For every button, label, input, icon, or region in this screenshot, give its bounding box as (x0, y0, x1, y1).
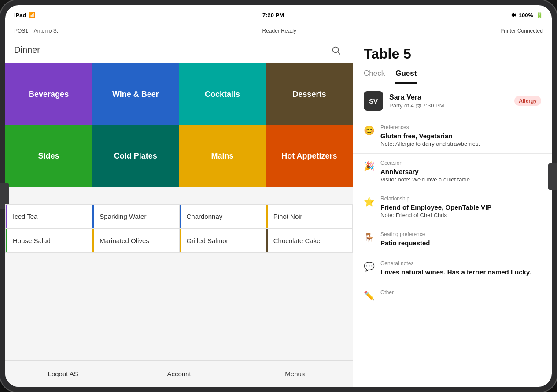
relationship-section: ⭐ Relationship Friend of Employee, OpenT… (353, 189, 552, 225)
battery-level: 100% (519, 12, 533, 18)
other-label: Other (380, 289, 394, 296)
item-chardonnay[interactable]: Chardonnay (179, 204, 266, 229)
guest-section: SV Sara Vera Party of 4 @ 7:30 PM Allerg… (353, 84, 552, 118)
status-right: ✱ 100% 🔋 (511, 12, 543, 18)
status-left: iPad 📶 (14, 12, 35, 18)
category-sides[interactable]: Sides (5, 125, 92, 187)
item-iced-tea[interactable]: Iced Tea (5, 204, 92, 229)
preferences-body: Preferences Gluten free, Vegetarian Note… (380, 124, 480, 147)
notes-body: General notes Loves natural wines. Has a… (380, 260, 531, 277)
item-pinot-noir[interactable]: Pinot Noir (266, 204, 353, 229)
category-beverages[interactable]: Beverages (5, 63, 92, 125)
tab-row: Check Guest (364, 69, 541, 84)
other-icon: ✏️ (364, 290, 374, 301)
category-grid: Beverages Wine & Beer Cocktails Desserts… (5, 63, 353, 187)
occasion-icon: 🎉 (364, 161, 374, 183)
occasion-label: Occasion (380, 160, 472, 166)
relationship-note: Note: Friend of Chef Chris (380, 212, 491, 218)
table-title: Table 5 (364, 46, 541, 62)
bottom-nav: Logout AS Account Menus (5, 360, 353, 387)
search-button[interactable] (328, 42, 344, 58)
menus-button[interactable]: Menus (237, 361, 353, 387)
notes-title: Loves natural wines. Has a terrier named… (380, 268, 531, 276)
relationship-body: Relationship Friend of Employee, OpenTab… (380, 196, 491, 218)
items-row1: Iced Tea Sparkling Water Chardonnay Pino… (5, 204, 353, 229)
status-bar: iPad 📶 7:20 PM ✱ 100% 🔋 (5, 5, 552, 25)
occasion-body: Occasion Anniversary Visitor note: We'd … (380, 160, 472, 183)
avatar: SV (364, 91, 383, 111)
general-notes-section: 💬 General notes Loves natural wines. Has… (353, 254, 552, 283)
item-marinated-olives[interactable]: Marinated Olives (92, 229, 179, 253)
guest-details: Sara Vera Party of 4 @ 7:30 PM (389, 93, 444, 109)
left-panel: Dinner Beverages Wine & Beer (5, 37, 353, 387)
items-bottom-spacer (5, 253, 353, 360)
preferences-title: Gluten free, Vegetarian (380, 132, 480, 140)
category-mains[interactable]: Mains (179, 125, 266, 187)
main-content: Dinner Beverages Wine & Beer (5, 37, 552, 387)
preferences-icon: 😊 (364, 125, 374, 147)
reader-status: Reader Ready (262, 28, 296, 34)
tab-guest[interactable]: Guest (395, 69, 417, 84)
pos-label: POS1 – Antonio S. (14, 28, 58, 34)
svg-line-1 (338, 52, 340, 54)
items-area: Iced Tea Sparkling Water Chardonnay Pino… (5, 187, 353, 360)
account-button[interactable]: Account (121, 361, 237, 387)
ipad-frame: iPad 📶 7:20 PM ✱ 100% 🔋 POS1 – Antonio S… (0, 0, 557, 392)
item-chocolate-cake[interactable]: Chocolate Cake (266, 229, 353, 253)
menu-title: Dinner (14, 45, 328, 55)
logout-button[interactable]: Logout AS (5, 361, 121, 387)
battery-icon: 🔋 (536, 12, 543, 18)
relationship-label: Relationship (380, 196, 491, 202)
device-label: iPad (14, 12, 26, 18)
category-hot-appetizers[interactable]: Hot Appetizers (266, 125, 353, 187)
ipad-screen: iPad 📶 7:20 PM ✱ 100% 🔋 POS1 – Antonio S… (5, 5, 552, 387)
relationship-title: Friend of Employee, OpenTable VIP (380, 203, 491, 211)
other-body: Other (380, 289, 394, 301)
relationship-icon: ⭐ (364, 196, 374, 218)
item-sparkling-water[interactable]: Sparkling Water (92, 204, 179, 229)
category-desserts[interactable]: Desserts (266, 63, 353, 125)
items-spacer (5, 187, 353, 204)
seating-icon: 🪑 (364, 232, 374, 248)
preferences-label: Preferences (380, 124, 480, 130)
seating-title: Patio requested (380, 239, 430, 247)
occasion-section: 🎉 Occasion Anniversary Visitor note: We'… (353, 154, 552, 189)
preferences-section: 😊 Preferences Gluten free, Vegetarian No… (353, 118, 552, 154)
guest-name: Sara Vera (389, 93, 444, 101)
occasion-title: Anniversary (380, 168, 472, 175)
item-house-salad[interactable]: House Salad (5, 229, 92, 253)
occasion-note: Visitor note: We'd love a quiet table. (380, 176, 472, 183)
other-section: ✏️ Other (353, 283, 552, 307)
preferences-note: Note: Allergic to dairy and strawberries… (380, 141, 480, 147)
notes-label: General notes (380, 260, 531, 266)
guest-info: SV Sara Vera Party of 4 @ 7:30 PM (364, 91, 444, 111)
category-wine-beer[interactable]: Wine & Beer (92, 63, 179, 125)
category-cocktails[interactable]: Cocktails (179, 63, 266, 125)
allergy-badge: Allergy (514, 96, 541, 106)
category-cold-plates[interactable]: Cold Plates (92, 125, 179, 187)
guest-party: Party of 4 @ 7:30 PM (389, 102, 444, 109)
guest-header: SV Sara Vera Party of 4 @ 7:30 PM Allerg… (364, 91, 541, 111)
items-row2: House Salad Marinated Olives Grilled Sal… (5, 229, 353, 253)
printer-status: Printer Connected (500, 28, 543, 34)
sub-status-bar: POS1 – Antonio S. Reader Ready Printer C… (5, 25, 552, 37)
seating-label: Seating preference (380, 231, 430, 237)
notes-icon: 💬 (364, 261, 374, 277)
item-grilled-salmon[interactable]: Grilled Salmon (179, 229, 266, 253)
right-panel: Table 5 Check Guest SV (353, 37, 552, 387)
search-bar: Dinner (5, 37, 353, 63)
bluetooth-icon: ✱ (511, 12, 516, 18)
tab-check[interactable]: Check (364, 69, 385, 84)
power-button[interactable] (548, 163, 557, 190)
seating-body: Seating preference Patio requested (380, 231, 430, 248)
seating-section: 🪑 Seating preference Patio requested (353, 225, 552, 254)
right-header: Table 5 Check Guest (353, 37, 552, 84)
time-display: 7:20 PM (262, 12, 284, 18)
wifi-icon: 📶 (29, 12, 35, 18)
